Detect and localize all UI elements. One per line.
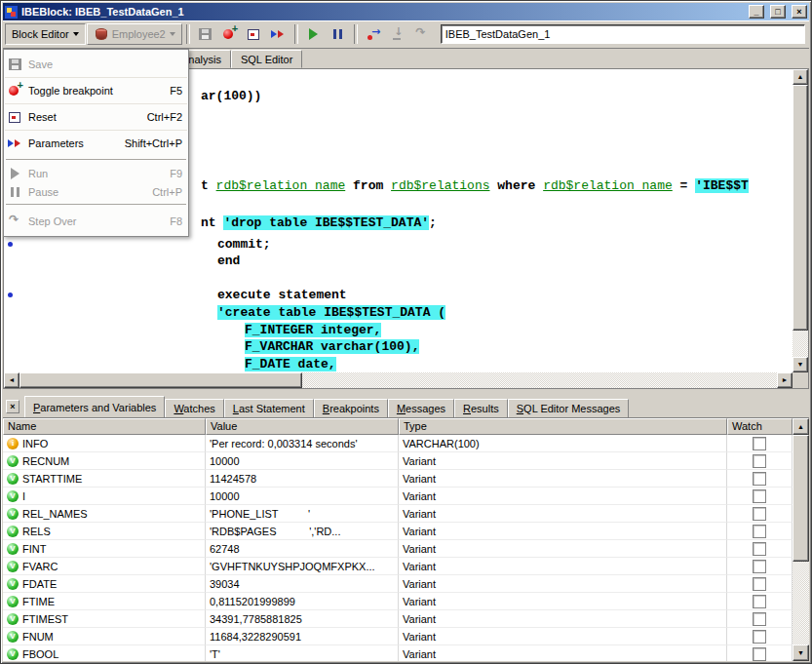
close-button[interactable]: × xyxy=(792,5,807,19)
column-header-watch[interactable]: Watch xyxy=(727,418,793,435)
tab-parameters-and-variables[interactable]: Parameters and Variables xyxy=(24,396,165,417)
table-row[interactable]: FINT62748Variant xyxy=(3,540,793,558)
code-link[interactable]: rdb$relation_name xyxy=(216,178,346,193)
name-cell: FINT xyxy=(3,540,206,558)
window-title: IBEBlock: IBEB_TestDataGen_1 xyxy=(21,6,743,18)
table-row[interactable]: FNUM11684,3228290591Variant xyxy=(3,628,793,645)
block-editor-menu-button[interactable]: Block Editor xyxy=(5,23,86,45)
code-line[interactable]: commit; xyxy=(217,237,271,254)
watch-checkbox[interactable] xyxy=(753,454,766,468)
watch-checkbox[interactable] xyxy=(753,437,766,450)
code-line[interactable]: F_VARCHAR varchar(100), xyxy=(245,339,419,356)
tab-messages[interactable]: Messages xyxy=(388,399,454,417)
watch-checkbox[interactable] xyxy=(753,647,766,661)
menu-item-pause[interactable]: PauseCtrl+P xyxy=(5,182,187,201)
table-row[interactable]: I10000Variant xyxy=(3,488,793,505)
run-button[interactable] xyxy=(302,23,326,45)
watch-checkbox[interactable] xyxy=(753,507,766,521)
table-row[interactable]: FDATE39034Variant xyxy=(3,575,793,593)
statement-marker-dot[interactable] xyxy=(8,293,13,297)
table-row[interactable]: RECNUM10000Variant xyxy=(3,452,793,470)
code-line[interactable]: t rdb$relation_name from rdb$relations w… xyxy=(201,178,749,195)
close-panel-button[interactable]: × xyxy=(6,400,19,413)
menu-item-run[interactable]: RunF9 xyxy=(5,164,187,182)
watch-checkbox[interactable] xyxy=(753,630,766,644)
grid-header: NameValueTypeWatch xyxy=(3,418,793,435)
scroll-down-button[interactable]: ▼ xyxy=(793,357,808,372)
menu-item-parameters[interactable]: ParametersShift+Ctrl+P xyxy=(5,131,187,156)
menu-item-step-over[interactable]: Step OverF8 xyxy=(5,209,187,234)
table-row[interactable]: STARTTIME11424578Variant xyxy=(3,470,793,488)
code-line[interactable]: F_DATE date, xyxy=(245,357,336,373)
block-name-input[interactable] xyxy=(441,24,805,44)
watch-checkbox[interactable] xyxy=(753,472,766,486)
step-over-icon xyxy=(8,215,22,228)
maximize-button[interactable]: □ xyxy=(770,5,786,19)
watch-checkbox[interactable] xyxy=(753,595,766,608)
editor-horizontal-scrollbar[interactable]: ◄ ► xyxy=(4,372,793,388)
tab-sql-editor[interactable]: SQL Editor xyxy=(231,50,302,68)
column-header-type[interactable]: Type xyxy=(399,418,727,435)
grid-vertical-scrollbar[interactable]: ▲ ▼ xyxy=(793,418,809,661)
tab-results[interactable]: Results xyxy=(454,399,508,417)
code-link[interactable]: rdb$relations xyxy=(391,178,489,193)
toggle-breakpoint-button[interactable] xyxy=(218,23,242,45)
watch-cell xyxy=(727,540,793,558)
watch-checkbox[interactable] xyxy=(753,577,766,591)
scroll-right-button[interactable]: ► xyxy=(777,372,793,388)
save-button[interactable] xyxy=(194,23,217,45)
scroll-up-button[interactable]: ▲ xyxy=(793,418,809,435)
code-line[interactable]: nt 'drop table IBE$$TEST_DATA'; xyxy=(201,215,437,232)
menu-item-reset[interactable]: ResetCtrl+F2 xyxy=(5,104,187,131)
reset-icon xyxy=(247,27,261,41)
code-line[interactable]: end xyxy=(217,254,240,270)
watch-checkbox[interactable] xyxy=(753,542,766,556)
scroll-up-button[interactable]: ▲ xyxy=(793,69,808,85)
tab-last-statement[interactable]: Last Statement xyxy=(224,399,314,417)
table-row[interactable]: FTIME0,8115201999899Variant xyxy=(3,593,793,610)
tab-watches[interactable]: Watches xyxy=(165,399,223,417)
table-row[interactable]: RELS'RDB$PAGES ','RD...Variant xyxy=(3,523,793,540)
grid-body: INFO'Per record: 0,003314 seconds'VARCHA… xyxy=(3,435,793,661)
tab-sql-editor-messages[interactable]: SQL Editor Messages xyxy=(508,399,630,417)
reset-button[interactable] xyxy=(243,23,266,45)
step-over-button[interactable] xyxy=(410,23,434,45)
code-line[interactable]: execute statement xyxy=(217,288,347,304)
watch-cell xyxy=(727,488,793,505)
step-into-button[interactable] xyxy=(386,23,409,45)
menu-item-save[interactable]: Save xyxy=(5,52,187,78)
column-header-name[interactable]: Name xyxy=(3,418,206,435)
table-row[interactable]: INFO'Per record: 0,003314 seconds'VARCHA… xyxy=(3,435,793,452)
watch-checkbox[interactable] xyxy=(753,560,766,573)
code-link[interactable]: rdb$relation_name xyxy=(543,178,673,193)
variables-grid: NameValueTypeWatch INFO'Per record: 0,00… xyxy=(3,417,809,661)
run-icon xyxy=(306,27,321,41)
code-span: F_DATE date, xyxy=(245,357,336,371)
watch-checkbox[interactable] xyxy=(753,612,766,626)
watch-checkbox[interactable] xyxy=(753,489,766,503)
database-menu-button[interactable]: Employee2 xyxy=(87,23,182,45)
code-line[interactable]: F_INTEGER integer, xyxy=(245,323,381,339)
run-to-cursor-button[interactable] xyxy=(362,23,385,45)
pause-button[interactable] xyxy=(327,23,350,45)
scroll-left-button[interactable]: ◄ xyxy=(4,372,19,388)
titlebar[interactable]: IBEBlock: IBEB_TestDataGen_1 _ □ × xyxy=(3,3,809,20)
column-header-value[interactable]: Value xyxy=(206,418,399,435)
table-row[interactable]: FTIMEST34391,7785881825Variant xyxy=(3,610,793,628)
minimize-button[interactable]: _ xyxy=(749,5,764,19)
watch-checkbox[interactable] xyxy=(753,525,766,538)
scrollbar-thumb[interactable] xyxy=(793,85,808,331)
parameters-button[interactable] xyxy=(267,23,290,45)
code-line[interactable]: 'create table IBE$$TEST_DATA ( xyxy=(217,305,445,322)
code-line[interactable]: ar(100)) xyxy=(201,89,261,105)
scroll-down-button[interactable]: ▼ xyxy=(793,644,809,661)
table-row[interactable]: FVARC'GVHFTNKUYSHPJOQMFXPKX...Variant xyxy=(3,558,793,575)
menu-item-toggle-breakpoint[interactable]: Toggle breakpointF5 xyxy=(5,78,187,104)
table-row[interactable]: REL_NAMES'PHONE_LIST 'Variant xyxy=(3,505,793,523)
statement-marker-dot[interactable] xyxy=(8,242,13,247)
table-row[interactable]: FBOOL'T'Variant xyxy=(3,645,793,661)
editor-vertical-scrollbar[interactable]: ▲ ▼ xyxy=(793,69,808,372)
tab-breakpoints[interactable]: Breakpoints xyxy=(314,399,388,417)
scrollbar-thumb[interactable] xyxy=(19,372,302,388)
scrollbar-thumb[interactable] xyxy=(793,435,809,562)
